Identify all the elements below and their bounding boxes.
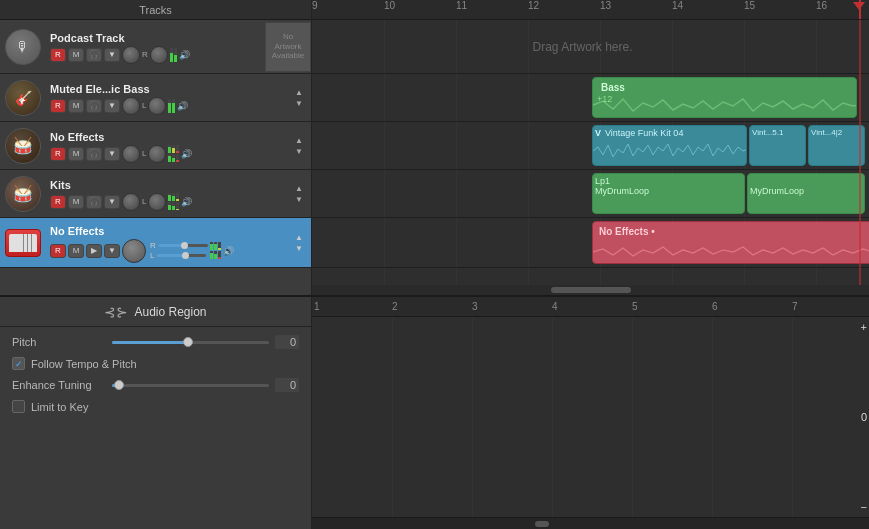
pitch-control-row: Pitch 0 xyxy=(12,335,299,349)
region-controls: Pitch 0 ✓ Follow Tempo & Pitch xyxy=(0,327,311,429)
piano-roll-content: + 0 − xyxy=(312,317,869,517)
clip-noeffects1-2[interactable]: Vint...5.1 xyxy=(749,125,806,166)
piano-num-1: 1 xyxy=(314,301,320,312)
timeline-num-11: 11 xyxy=(456,0,467,11)
track-icon-kits: 🥁 xyxy=(0,170,46,217)
piano-scroll-thumb[interactable] xyxy=(535,521,549,527)
knob-kits[interactable] xyxy=(122,193,140,211)
track-icon-bass: 🎸 xyxy=(0,74,46,121)
mute-btn-noeffects2[interactable]: M xyxy=(68,244,84,258)
headphones-btn-bass[interactable]: 🎧 xyxy=(86,99,102,113)
pan-noeffects1[interactable] xyxy=(148,145,166,163)
track-info-podcast: Podcast Track R M 🎧 ▼ R 🔊 xyxy=(46,28,265,66)
track-icon-podcast: 🎙 xyxy=(0,20,46,73)
scrollbar-thumb[interactable] xyxy=(551,287,631,293)
mute-btn-noeffects1[interactable]: M xyxy=(68,147,84,161)
headphones-btn-podcast[interactable]: 🎧 xyxy=(86,48,102,62)
clip-noeffects1-3[interactable]: Vint...4|2 xyxy=(808,125,865,166)
levels-noeffects1 xyxy=(168,145,179,162)
minus-btn[interactable]: − xyxy=(861,501,867,513)
timeline-numbers: 9 10 11 12 13 14 15 16 xyxy=(312,0,869,19)
pitch-label: Pitch xyxy=(12,336,112,348)
limit-to-key-checkbox[interactable] xyxy=(12,400,25,413)
pan-bass[interactable] xyxy=(148,97,166,115)
piano-grid xyxy=(312,317,869,517)
playhead-arrow xyxy=(853,2,865,10)
piano-num-6: 6 xyxy=(712,301,718,312)
follow-tempo-row: ✓ Follow Tempo & Pitch xyxy=(12,357,299,370)
enhance-tuning-label: Enhance Tuning xyxy=(12,379,112,391)
piano-roll-scrollbar[interactable] xyxy=(312,517,869,529)
rl-label-podcast: R xyxy=(142,50,148,59)
piano-num-3: 3 xyxy=(472,301,478,312)
knob-noeffects1[interactable] xyxy=(122,145,140,163)
settings-btn-noeffects1[interactable]: ▼ xyxy=(104,147,120,161)
arrangement-scrollbar[interactable] xyxy=(312,285,869,295)
plus-btn[interactable]: + xyxy=(861,321,867,333)
pan-podcast[interactable] xyxy=(150,46,168,64)
knob-podcast[interactable] xyxy=(122,46,140,64)
limit-to-key-row: Limit to Key xyxy=(12,400,299,413)
rec-btn-bass[interactable]: R xyxy=(50,99,66,113)
levels-podcast xyxy=(170,48,177,62)
piano-num-2: 2 xyxy=(392,301,398,312)
levels-bass xyxy=(168,99,175,113)
headphones-btn-kits[interactable]: 🎧 xyxy=(86,195,102,209)
track-item-noeffects1[interactable]: 🥁 No Effects R M 🎧 ▼ L xyxy=(0,122,311,170)
timeline-num-14: 14 xyxy=(672,0,683,11)
timeline-num-9: 9 xyxy=(312,0,318,11)
timeline-num-13: 13 xyxy=(600,0,611,11)
piano-num-7: 7 xyxy=(792,301,798,312)
clip-kits-2[interactable]: MyDrumLoop xyxy=(747,173,865,214)
headphones-btn-noeffects1[interactable]: 🎧 xyxy=(86,147,102,161)
follow-tempo-checkbox[interactable]: ✓ xyxy=(12,357,25,370)
piano-num-4: 4 xyxy=(552,301,558,312)
clip-noeffects2[interactable]: No Effects • xyxy=(592,221,869,264)
pitch-slider[interactable] xyxy=(112,341,269,344)
mute-btn-kits[interactable]: M xyxy=(68,195,84,209)
limit-to-key-label: Limit to Key xyxy=(31,401,88,413)
track-row-kits: Lp1 MyDrumLoop MyDrumLoop xyxy=(312,170,869,218)
clip-kits-1[interactable]: Lp1 MyDrumLoop xyxy=(592,173,745,214)
piano-roll-area: 1 2 3 4 5 6 7 xyxy=(312,297,869,529)
side-arrows-noeffects2: ▲ ▼ xyxy=(291,233,311,253)
track-row-noeffects2: No Effects • xyxy=(312,218,869,268)
track-row-podcast: Drag Artwork here. xyxy=(312,20,869,74)
settings-btn-podcast[interactable]: ▼ xyxy=(104,48,120,62)
rec-btn-podcast[interactable]: R xyxy=(50,48,66,62)
track-controls-noeffects2: R M ▶ ▼ R xyxy=(50,239,287,263)
play-btn-noeffects2[interactable]: ▶ xyxy=(86,244,102,258)
mute-btn-bass[interactable]: M xyxy=(68,99,84,113)
pan-kits[interactable] xyxy=(148,193,166,211)
knob-bass[interactable] xyxy=(122,97,140,115)
enhance-tuning-row: Enhance Tuning 0 xyxy=(12,378,299,392)
track-item-kits[interactable]: 🥁 Kits R M 🎧 ▼ L xyxy=(0,170,311,218)
track-item-bass[interactable]: 🎸 Muted Ele...ic Bass R M 🎧 ▼ L xyxy=(0,74,311,122)
enhance-tuning-value: 0 xyxy=(275,378,299,392)
enhance-tuning-slider[interactable] xyxy=(112,384,269,387)
vol-icon-kits: 🔊 xyxy=(181,197,192,207)
settings-btn-kits[interactable]: ▼ xyxy=(104,195,120,209)
rl-label-kits: L xyxy=(142,197,146,206)
vol-icon-noeffects2: 🔊 xyxy=(223,246,234,256)
pitch-value: 0 xyxy=(275,335,299,349)
side-arrows-noeffects1: ▲ ▼ xyxy=(291,136,311,156)
clip-noeffects1-1[interactable]: V Vintage Funk Kit 04 xyxy=(592,125,747,166)
levels-noeffects2 xyxy=(210,242,221,259)
rec-btn-noeffects1[interactable]: R xyxy=(50,147,66,161)
knob-noeffects2[interactable] xyxy=(122,239,146,263)
track-item-noeffects2[interactable]: No Effects R M ▶ ▼ R xyxy=(0,218,311,268)
timeline-header: 9 10 11 12 13 14 15 16 xyxy=(312,0,869,20)
rec-btn-kits[interactable]: R xyxy=(50,195,66,209)
region-panel-title: Audio Region xyxy=(134,305,206,319)
clip-bass[interactable]: Bass +12 xyxy=(592,77,857,118)
track-name-podcast: Podcast Track xyxy=(50,32,261,44)
settings-btn-bass[interactable]: ▼ xyxy=(104,99,120,113)
side-arrows-bass: ▲ ▼ xyxy=(291,88,311,108)
rec-btn-noeffects2[interactable]: R xyxy=(50,244,66,258)
mute-btn-podcast[interactable]: M xyxy=(68,48,84,62)
tracks-header: Tracks xyxy=(0,0,311,20)
track-name-bass: Muted Ele...ic Bass xyxy=(50,83,287,95)
track-item-podcast[interactable]: 🎙 Podcast Track R M 🎧 ▼ R xyxy=(0,20,311,74)
settings-btn-noeffects2[interactable]: ▼ xyxy=(104,244,120,258)
